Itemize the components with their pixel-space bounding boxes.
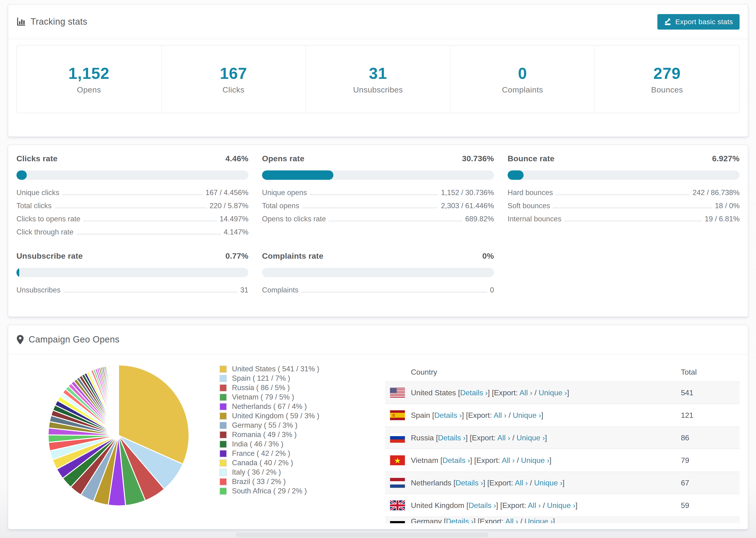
legend-item[interactable]: Italy ( 36 / 2% ) [220, 467, 385, 477]
summary-stat-cell: 0Complaints [451, 45, 595, 113]
geo-table-total-cell: 121 [681, 411, 739, 420]
bracket-text: ] [541, 411, 543, 419]
dotted-leader [310, 194, 438, 195]
legend-item[interactable]: United States ( 541 / 31% ) [220, 364, 385, 374]
rate-progress-fill [17, 268, 19, 277]
details-link[interactable]: Details › [468, 501, 496, 510]
legend-swatch [220, 422, 227, 429]
rate-row: Click through rate4.147% [17, 225, 248, 238]
pie-slice-other[interactable] [118, 365, 119, 435]
export-all-link[interactable]: All › [505, 517, 518, 523]
legend-item[interactable]: Netherlands ( 67 / 4% ) [220, 402, 385, 411]
geo-table-country-cell: Vietnam [Details ›] [Export: All › / Uni… [411, 456, 681, 465]
dotted-leader [565, 221, 702, 221]
geo-table-flag-cell [385, 433, 411, 443]
export-all-link[interactable]: All › [515, 479, 528, 487]
legend-item[interactable]: Russia ( 86 / 5% ) [220, 383, 385, 393]
export-unique-link[interactable]: Unique › [534, 479, 563, 487]
rate-percent: 6.927% [712, 154, 739, 163]
legend-swatch [220, 412, 227, 420]
details-link[interactable]: Details › [446, 517, 473, 523]
dotted-leader [553, 207, 712, 208]
export-all-link[interactable]: All › [502, 456, 514, 464]
export-basic-stats-button[interactable]: Export basic stats [657, 14, 739, 29]
legend-item[interactable]: Brazil ( 33 / 2% ) [220, 477, 385, 486]
bracket-text: ] [567, 389, 569, 397]
details-link[interactable]: Details › [443, 456, 470, 464]
country-name: United States [411, 389, 458, 397]
tracking-stats-card: Tracking stats Export basic stats 1,152O… [8, 4, 748, 137]
rate-row-value: 167 / 4.456% [205, 188, 248, 197]
details-link[interactable]: Details › [434, 411, 462, 419]
rate-row-label: Click through rate [17, 228, 74, 237]
rate-row-value: 14.497% [220, 215, 248, 223]
rate-rows: Unique clicks167 / 4.456%Total clicks220… [17, 186, 248, 238]
rates-grid: Clicks rate4.46%Unique clicks167 / 4.456… [17, 154, 739, 296]
horizontal-scrollbar-track [0, 532, 756, 538]
country-name: Germany [411, 517, 444, 523]
horizontal-scrollbar[interactable] [236, 533, 488, 537]
country-name: United Kingdom [411, 501, 466, 510]
geo-table-total-cell: 86 [681, 434, 739, 442]
geo-header: Campaign Geo Opens [8, 325, 748, 354]
legend-item[interactable]: Spain ( 121 / 7% ) [220, 374, 385, 383]
legend-item[interactable]: Canada ( 40 / 2% ) [220, 458, 385, 467]
export-unique-link[interactable]: Unique › [539, 389, 567, 397]
slash-text: / [510, 434, 516, 442]
country-name: Netherlands [411, 479, 453, 487]
rate-row-label: Clicks to opens rate [17, 215, 80, 223]
export-button-label: Export basic stats [675, 18, 733, 26]
export-unique-link[interactable]: Unique › [524, 517, 553, 523]
stat-value: 31 [369, 64, 387, 82]
export-unique-link[interactable]: Unique › [513, 411, 541, 419]
export-unique-link[interactable]: Unique › [516, 434, 545, 442]
summary-stats-row: 1,152Opens167Clicks31Unsubscribes0Compla… [17, 45, 739, 113]
rate-row: Total opens2,303 / 61.446% [262, 198, 494, 212]
flag-vn-icon [390, 455, 405, 465]
tracking-stats-header: Tracking stats Export basic stats [8, 5, 748, 39]
rate-row-value: 18 / 0% [715, 202, 739, 210]
legend-label: Spain ( 121 / 7% ) [232, 374, 290, 383]
bracket-text: [ [441, 456, 443, 464]
rate-row-value: 1,152 / 30.736% [441, 188, 494, 197]
geo-table-total-cell: 59 [681, 501, 739, 510]
export-all-link[interactable]: All › [528, 501, 541, 510]
rate-row: Unsubscribes31 [17, 283, 248, 296]
legend-item[interactable]: Romania ( 49 / 3% ) [220, 430, 385, 439]
rate-row-label: Total clicks [17, 202, 52, 210]
legend-item[interactable]: India ( 46 / 3% ) [220, 439, 385, 449]
export-unique-link[interactable]: Unique › [547, 501, 575, 510]
legend-item[interactable]: Germany ( 55 / 3% ) [220, 421, 385, 430]
legend-item[interactable]: United Kingdom ( 59 / 3% ) [220, 411, 385, 421]
bracket-text: ] [575, 501, 577, 510]
legend-item[interactable]: France ( 42 / 2% ) [220, 449, 385, 458]
bracket-text: ] [563, 479, 565, 487]
legend-label: Canada ( 40 / 2% ) [232, 459, 293, 467]
details-link[interactable]: Details › [460, 389, 488, 397]
rate-percent: 0% [482, 251, 494, 260]
legend-item[interactable]: Vietnam ( 79 / 5% ) [220, 393, 385, 402]
geo-table-row: Netherlands [Details ›] [Export: All › /… [385, 471, 739, 494]
rate-block: Unsubscribe rate0.77%Unsubscribes31 [17, 251, 248, 296]
rate-row-label: Total opens [262, 202, 299, 210]
rate-title: Clicks rate [17, 154, 58, 163]
export-all-link[interactable]: All › [494, 411, 507, 419]
bracket-text: ] [545, 434, 547, 442]
rate-row: Unique clicks167 / 4.456% [17, 186, 248, 198]
dotted-leader [64, 292, 237, 293]
geo-table-country-cell: Russia [Details ›] [Export: All › / Uniq… [411, 434, 681, 442]
bracket-text: [ [458, 389, 460, 397]
legend-label: Germany ( 55 / 3% ) [232, 421, 297, 430]
summary-stat-cell: 167Clicks [162, 45, 306, 113]
rate-progress-track [262, 170, 494, 180]
legend-item[interactable]: South Africa ( 29 / 2% ) [220, 486, 385, 496]
summary-stat-cell: 1,152Opens [17, 45, 162, 113]
stat-value: 1,152 [68, 64, 109, 82]
rate-title: Opens rate [262, 154, 304, 163]
export-all-link[interactable]: All › [497, 434, 510, 442]
export-all-link[interactable]: All › [519, 389, 532, 397]
export-unique-link[interactable]: Unique › [521, 456, 549, 464]
details-link[interactable]: Details › [438, 434, 465, 442]
details-link[interactable]: Details › [456, 479, 483, 487]
rate-row: Opens to clicks rate689.82% [262, 212, 494, 225]
